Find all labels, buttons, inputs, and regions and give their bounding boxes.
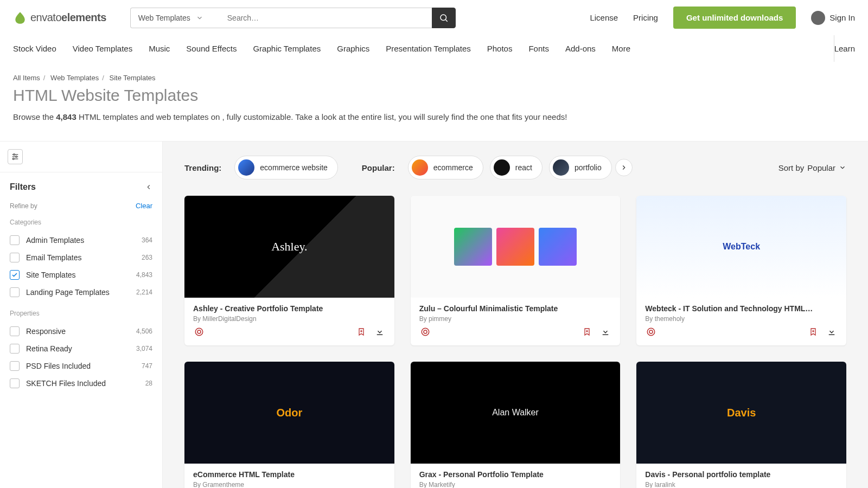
collapse-filters-icon[interactable]	[145, 183, 152, 191]
filter-section-categories: Categories	[10, 219, 152, 226]
crumb-all-items[interactable]: All Items	[13, 74, 40, 82]
sort-dropdown[interactable]: Sort by Popular	[778, 163, 846, 172]
checkbox-checked-icon	[10, 270, 20, 280]
results-area: Trending: ecommerce website Popular: eco…	[163, 142, 868, 488]
svg-point-8	[195, 328, 203, 336]
pricing-link[interactable]: Pricing	[633, 13, 658, 22]
swatch-icon	[553, 159, 569, 176]
filter-responsive[interactable]: Responsive 4,506	[10, 323, 152, 340]
template-card[interactable]: Ashley. Ashley - Creative Portfolio Temp…	[184, 196, 394, 345]
filters-toggle-icon[interactable]	[8, 149, 23, 164]
nav-graphic-templates[interactable]: Graphic Templates	[253, 35, 321, 62]
nav-video-templates[interactable]: Video Templates	[73, 35, 132, 62]
card-author: By Gramentheme	[193, 481, 386, 488]
brand-logo[interactable]: envatoelements	[13, 11, 106, 25]
signin-label: Sign In	[829, 13, 855, 22]
sliders-icon	[11, 152, 20, 161]
user-icon	[811, 11, 825, 25]
bookmark-icon[interactable]	[807, 326, 819, 338]
signin-button[interactable]: Sign In	[811, 11, 855, 25]
preview-icon[interactable]	[645, 326, 657, 338]
filter-landing-page-templates[interactable]: Landing Page Templates 2,214	[10, 284, 152, 301]
card-author: By pimmey	[419, 315, 612, 323]
nav-graphics[interactable]: Graphics	[337, 35, 369, 62]
popular-pill-react[interactable]: react	[490, 156, 542, 179]
nav-photos[interactable]: Photos	[487, 35, 513, 62]
template-card[interactable]: WebTeck Webteck - IT Solution and Techno…	[636, 196, 846, 345]
chevron-right-icon	[620, 164, 628, 171]
filter-retina-ready[interactable]: Retina Ready 3,074	[10, 340, 152, 357]
chevron-down-icon	[839, 164, 846, 171]
nav-sound-effects[interactable]: Sound Effects	[186, 35, 237, 62]
svg-point-12	[422, 328, 429, 336]
nav-addons[interactable]: Add-ons	[565, 35, 596, 62]
svg-point-17	[649, 330, 653, 333]
checkbox-icon	[10, 378, 20, 388]
card-title: Zulu – Colourful Minimalistic Template	[419, 304, 612, 313]
card-author: By themeholy	[645, 315, 838, 323]
svg-point-5	[14, 154, 15, 156]
popular-pill-ecommerce[interactable]: ecommerce	[408, 156, 483, 179]
card-author: By Marketify	[419, 481, 612, 488]
card-title: eCommerce HTML Template	[193, 470, 386, 479]
download-icon[interactable]	[599, 326, 611, 338]
template-card[interactable]: Davis Davis - Personal portfolio templat…	[636, 362, 846, 488]
refine-by-label: Refine by	[10, 202, 37, 210]
template-card[interactable]: Alan Walker Grax - Personal Portfolio Te…	[411, 362, 621, 488]
filter-section-properties: Properties	[10, 310, 152, 317]
trending-label: Trending:	[184, 163, 221, 172]
checkbox-icon	[10, 235, 20, 245]
checkbox-icon	[10, 361, 20, 371]
chevron-down-icon	[196, 14, 203, 22]
filter-site-templates[interactable]: Site Templates 4,843	[10, 266, 152, 284]
license-link[interactable]: License	[590, 13, 618, 22]
popular-pill-portfolio[interactable]: portfolio	[549, 156, 612, 179]
nav-stock-video[interactable]: Stock Video	[13, 35, 56, 62]
svg-point-13	[424, 330, 427, 333]
nav-more[interactable]: More	[612, 35, 630, 62]
cta-button[interactable]: Get unlimited downloads	[673, 7, 796, 29]
template-card[interactable]: Zulu – Colourful Minimalistic Template B…	[411, 196, 621, 345]
nav-fonts[interactable]: Fonts	[528, 35, 549, 62]
crumb-web-templates[interactable]: Web Templates	[50, 74, 99, 82]
bookmark-icon[interactable]	[355, 326, 367, 338]
search-bar: Web Templates	[130, 8, 456, 28]
template-card[interactable]: Odor eCommerce HTML Template By Gramenth…	[184, 362, 394, 488]
search-button[interactable]	[432, 8, 456, 28]
search-input[interactable]	[220, 8, 432, 28]
download-icon[interactable]	[374, 326, 386, 338]
download-icon[interactable]	[826, 326, 838, 338]
nav-presentation-templates[interactable]: Presentation Templates	[386, 35, 470, 62]
trending-pill[interactable]: ecommerce website	[234, 156, 338, 179]
search-category-select[interactable]: Web Templates	[130, 8, 220, 28]
svg-point-6	[16, 156, 17, 158]
checkbox-icon	[10, 253, 20, 262]
popular-pill-scroller: ecommerce react portfolio	[408, 156, 612, 179]
search-icon	[439, 13, 449, 23]
preview-icon[interactable]	[193, 326, 205, 338]
card-thumbnail: Ashley.	[184, 196, 394, 298]
card-title: Webteck - IT Solution and Technology HTM…	[645, 304, 838, 313]
svg-line-1	[445, 20, 447, 21]
card-author: By laralink	[645, 481, 838, 488]
swatch-icon	[412, 159, 428, 176]
bookmark-icon[interactable]	[581, 326, 593, 338]
leaf-icon	[13, 11, 27, 25]
filter-email-templates[interactable]: Email Templates 263	[10, 249, 152, 266]
preview-icon[interactable]	[419, 326, 431, 338]
swatch-icon	[238, 159, 254, 176]
filter-admin-templates[interactable]: Admin Templates 364	[10, 232, 152, 249]
filter-psd-files[interactable]: PSD Files Included 747	[10, 357, 152, 375]
popular-label: Popular:	[362, 163, 395, 172]
breadcrumb: All Items/ Web Templates/ Site Templates	[13, 74, 855, 82]
nav-learn[interactable]: Learn	[834, 35, 855, 62]
nav-music[interactable]: Music	[149, 35, 170, 62]
brand-text: envatoelements	[30, 11, 106, 24]
card-thumbnail: Alan Walker	[411, 362, 621, 464]
clear-filters-link[interactable]: Clear	[136, 202, 152, 210]
card-thumbnail: Odor	[184, 362, 394, 464]
search-category-label: Web Templates	[138, 14, 190, 22]
svg-point-9	[197, 330, 201, 333]
filter-sketch-files[interactable]: SKETCH Files Included 28	[10, 375, 152, 392]
pill-next-button[interactable]	[615, 159, 633, 176]
